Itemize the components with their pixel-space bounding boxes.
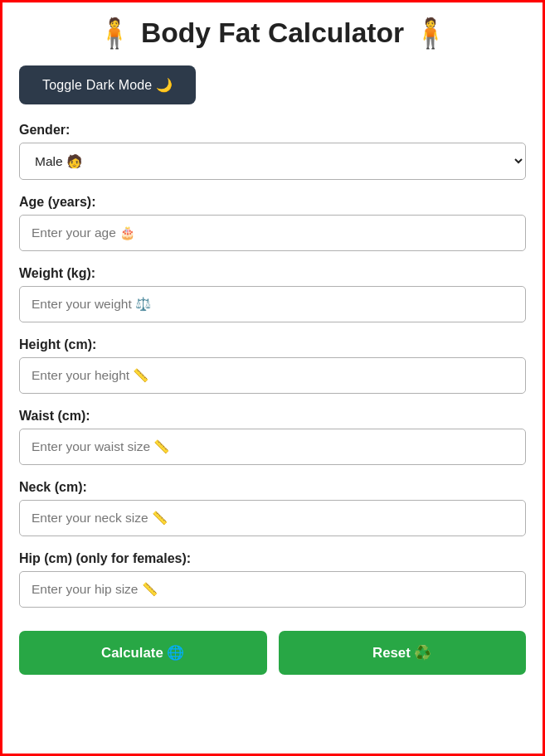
toggle-dark-mode-button[interactable]: Toggle Dark Mode 🌙	[19, 65, 196, 104]
calculate-button[interactable]: Calculate 🌐	[19, 631, 267, 675]
title-emoji-left: 🧍	[96, 16, 133, 51]
gender-group: Gender: Male 🧑 Female 👩	[19, 123, 526, 180]
title-emoji-right: 🧍	[412, 16, 449, 51]
waist-input[interactable]	[19, 429, 526, 465]
height-input[interactable]	[19, 357, 526, 394]
age-group: Age (years):	[19, 195, 526, 251]
app-container: 🧍 Body Fat Calculator 🧍 Toggle Dark Mode…	[0, 0, 545, 756]
weight-group: Weight (kg):	[19, 266, 526, 322]
gender-label: Gender:	[19, 123, 526, 138]
hip-group: Hip (cm) (only for females):	[19, 551, 526, 608]
button-row: Calculate 🌐 Reset ♻️	[19, 631, 526, 675]
neck-input[interactable]	[19, 500, 526, 536]
neck-group: Neck (cm):	[19, 480, 526, 536]
age-label: Age (years):	[19, 195, 526, 210]
weight-label: Weight (kg):	[19, 266, 526, 281]
height-group: Height (cm):	[19, 337, 526, 394]
age-input[interactable]	[19, 215, 526, 251]
weight-input[interactable]	[19, 286, 526, 322]
height-label: Height (cm):	[19, 337, 526, 352]
neck-label: Neck (cm):	[19, 480, 526, 495]
hip-label: Hip (cm) (only for females):	[19, 551, 526, 566]
waist-label: Waist (cm):	[19, 409, 526, 424]
title-row: 🧍 Body Fat Calculator 🧍	[19, 16, 526, 51]
page-title: Body Fat Calculator	[141, 17, 404, 49]
reset-button[interactable]: Reset ♻️	[279, 631, 527, 675]
hip-input[interactable]	[19, 571, 526, 608]
gender-select[interactable]: Male 🧑 Female 👩	[19, 143, 526, 180]
waist-group: Waist (cm):	[19, 409, 526, 465]
